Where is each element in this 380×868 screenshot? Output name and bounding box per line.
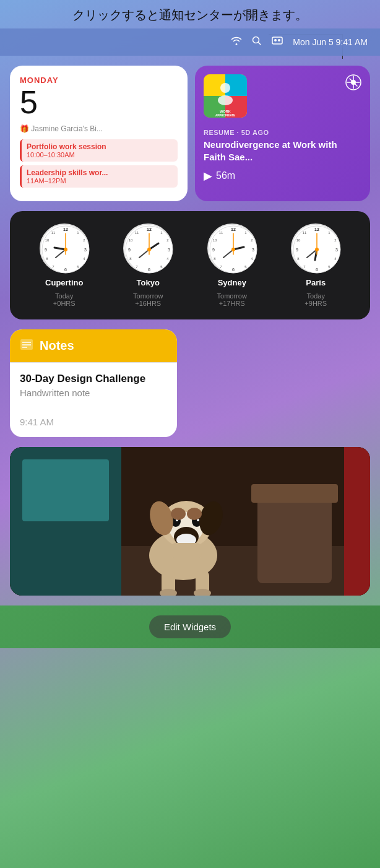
svg-text:3: 3	[252, 248, 254, 252]
event2-time: 11AM–12PM	[27, 177, 173, 184]
wifi-icon[interactable]	[231, 37, 242, 48]
city-sub-tokyo: Tomorrow+16HRS	[133, 292, 163, 307]
svg-rect-105	[171, 543, 202, 558]
event1-title: Portfolio work session	[27, 142, 173, 151]
notes-body: 30-Day Design Challenge Handwritten note…	[10, 362, 177, 437]
svg-text:3: 3	[335, 248, 338, 252]
clock-face-sydney: 12 3 6 9 1 2 4 5 7 8 10 11	[207, 224, 257, 273]
edit-widgets-container: Edit Widgets	[0, 605, 380, 648]
clock-cupertino: 12 3 6 9 1 2 4 5 7 8 10 11	[40, 224, 89, 307]
clock-paris: 12 3 6 9 1 2 4 5 7 8 10 11	[291, 224, 340, 307]
svg-text:9: 9	[45, 248, 47, 252]
edit-widgets-button[interactable]: Edit Widgets	[149, 615, 231, 638]
svg-text:6: 6	[316, 267, 318, 272]
podcast-artwork-image: WORK APPROPRIATE	[204, 74, 247, 118]
annotation-text: クリックすると通知センターが開きます。	[0, 0, 380, 24]
calendar-day-label: MONDAY	[20, 76, 178, 85]
podcast-widget[interactable]: WORK APPROPRIATE	[195, 66, 370, 201]
clock-face-paris: 12 3 6 9 1 2 4 5 7 8 10 11	[291, 224, 340, 273]
notes-widget[interactable]: Notes 30-Day Design Challenge Handwritte…	[10, 329, 177, 437]
svg-text:10: 10	[296, 238, 301, 242]
search-icon[interactable]	[252, 36, 262, 48]
city-name-cupertino: Cupertino	[45, 278, 83, 287]
svg-text:12: 12	[314, 227, 319, 232]
svg-rect-92	[22, 459, 109, 521]
svg-text:12: 12	[231, 227, 236, 232]
calendar-date-number: 5	[20, 86, 178, 118]
svg-text:6: 6	[148, 267, 150, 272]
podcast-title: Neurodivergence at Work with Faith Sae..…	[204, 139, 361, 163]
svg-text:9: 9	[128, 248, 131, 252]
svg-text:9: 9	[296, 248, 298, 252]
svg-text:12: 12	[147, 227, 152, 232]
note-subtitle: Handwritten note	[20, 388, 167, 398]
menu-bar: Mon Jun 5 9:41 AM	[0, 28, 380, 56]
clock-face-cupertino: 12 3 6 9 1 2 4 5 7 8 10 11	[40, 224, 89, 273]
clock-face-tokyo: 12 3 6 9 1 2 4 5 7 8 10 11	[123, 224, 173, 273]
worldclock-widget[interactable]: 12 3 6 9 1 2 4 5 7 8 10 11	[10, 211, 370, 319]
widgets-container: MONDAY 5 🎁 Jasmine Garcia's Bi... Portfo…	[0, 56, 380, 605]
svg-point-2	[274, 39, 277, 41]
calendar-widget[interactable]: MONDAY 5 🎁 Jasmine Garcia's Bi... Portfo…	[10, 66, 188, 201]
svg-text:9: 9	[212, 248, 215, 252]
svg-point-9	[220, 83, 230, 93]
svg-point-31	[64, 248, 67, 251]
podcast-duration-value: 56m	[216, 170, 235, 181]
pet-photo-widget[interactable]	[10, 447, 370, 596]
svg-rect-89	[257, 497, 332, 583]
city-name-tokyo: Tokyo	[137, 278, 160, 287]
clock-sydney: 12 3 6 9 1 2 4 5 7 8 10 11	[207, 224, 257, 307]
svg-text:WORK: WORK	[220, 110, 230, 113]
svg-text:11: 11	[303, 231, 307, 235]
notes-title: Notes	[40, 339, 74, 353]
svg-rect-93	[344, 447, 370, 596]
notes-header: Notes	[10, 329, 177, 362]
svg-point-65	[231, 248, 235, 251]
city-sub-paris: Today+9HRS	[304, 292, 327, 307]
annotation-label: クリックすると通知センターが開きます。	[72, 8, 308, 22]
svg-text:11: 11	[51, 231, 55, 235]
svg-text:10: 10	[212, 238, 217, 242]
svg-text:12: 12	[63, 227, 68, 232]
notes-icon	[20, 338, 33, 354]
podcast-meta: RESUME · 5D AGO	[204, 129, 361, 136]
svg-text:6: 6	[64, 267, 67, 272]
svg-point-82	[315, 248, 319, 251]
top-row: MONDAY 5 🎁 Jasmine Garcia's Bi... Portfo…	[10, 66, 370, 201]
city-sub-sydney: Tomorrow+17HRS	[217, 292, 247, 307]
svg-text:6: 6	[232, 267, 235, 272]
clock-tokyo: 12 3 6 9 1 2 4 5 7 8 10 11	[123, 224, 173, 307]
city-sub-cupertino: Today+0HRS	[53, 292, 76, 307]
svg-point-48	[147, 248, 151, 251]
note-time: 9:41 AM	[20, 417, 167, 427]
svg-text:3: 3	[168, 248, 170, 252]
podcast-top: WORK APPROPRIATE	[204, 74, 361, 118]
pet-photo	[10, 447, 370, 596]
podcast-play-button[interactable]: ▶ 56m	[204, 169, 361, 183]
podcast-artwork: WORK APPROPRIATE	[204, 74, 247, 118]
svg-point-111	[187, 508, 202, 520]
svg-text:3: 3	[84, 248, 87, 252]
svg-text:11: 11	[218, 231, 223, 235]
svg-text:11: 11	[135, 231, 139, 235]
svg-point-110	[171, 508, 186, 520]
note-title: 30-Day Design Challenge	[20, 373, 167, 385]
datetime-label: Mon Jun 5 9:41 AM	[293, 37, 368, 47]
podcast-app-icon	[345, 74, 361, 94]
event1-time: 10:00–10:30AM	[27, 151, 173, 158]
calendar-event-1[interactable]: Portfolio work session 10:00–10:30AM	[20, 139, 178, 162]
svg-point-3	[278, 39, 280, 41]
svg-rect-90	[251, 484, 338, 503]
svg-text:10: 10	[129, 238, 133, 242]
birthday-text: 🎁 Jasmine Garcia's Bi...	[20, 124, 103, 133]
svg-point-10	[218, 95, 233, 105]
svg-rect-1	[272, 37, 282, 44]
svg-text:APPROPRIATE: APPROPRIATE	[215, 114, 235, 117]
city-name-sydney: Sydney	[218, 278, 246, 287]
calendar-event-2[interactable]: Leadership skills wor... 11AM–12PM	[20, 165, 178, 188]
podcast-duration: 56m	[216, 170, 235, 181]
screen-sharing-icon[interactable]	[272, 37, 283, 48]
event2-title: Leadership skills wor...	[27, 168, 173, 177]
city-name-paris: Paris	[306, 278, 326, 287]
play-icon: ▶	[204, 169, 212, 183]
